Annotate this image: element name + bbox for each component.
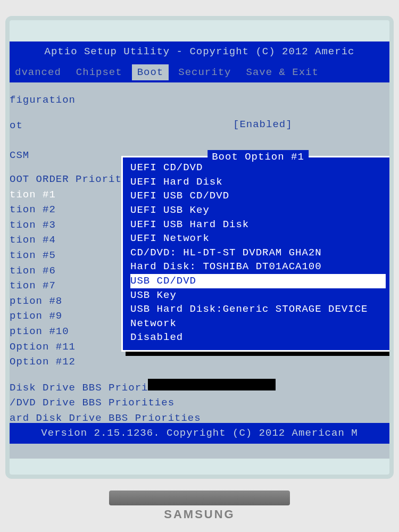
sub-items: Disk Drive BBS Priori /DVD Drive BBS Pri… bbox=[10, 374, 389, 426]
section-title: figuration bbox=[10, 93, 389, 107]
monitor-brand-logo: SAMSUNG bbox=[164, 508, 235, 521]
boot-option-12[interactable]: Option #12 bbox=[10, 354, 389, 370]
popup-item-disabled[interactable]: Disabled bbox=[130, 330, 386, 345]
popup-item-cddvd[interactable]: CD/DVD: HL-DT-ST DVDRAM GHA2N bbox=[130, 246, 386, 260]
monitor-buttons[interactable] bbox=[109, 491, 290, 505]
bios-footer: Version 2.15.1236. Copyright (C) 2012 Am… bbox=[10, 423, 389, 444]
tab-advanced[interactable]: dvanced bbox=[10, 64, 66, 81]
boot-option-popup: Boot Option #1 UEFI CD/DVD UEFI Hard Dis… bbox=[121, 156, 389, 352]
popup-item-network[interactable]: Network bbox=[130, 317, 386, 331]
popup-item-uefi-usb-cddvd[interactable]: UEFI USB CD/DVD bbox=[130, 189, 386, 203]
popup-item-usb-hdd[interactable]: USB Hard Disk:Generic STORAGE DEVICE bbox=[130, 302, 386, 317]
bbs-disk-drive[interactable]: Disk Drive BBS Priori bbox=[10, 374, 389, 396]
popup-item-usb-key[interactable]: USB Key bbox=[130, 288, 386, 303]
popup-item-uefi-usb-key[interactable]: UEFI USB Key bbox=[130, 203, 386, 218]
monitor-bezel: Aptio Setup Utility - Copyright (C) 2012… bbox=[5, 16, 394, 479]
bios-screen: Aptio Setup Utility - Copyright (C) 2012… bbox=[10, 41, 389, 459]
value-boot: [Enabled] bbox=[233, 118, 293, 132]
tab-chipset[interactable]: Chipset bbox=[71, 64, 128, 81]
monitor-frame: Aptio Setup Utility - Copyright (C) 2012… bbox=[0, 0, 399, 532]
content-area: figuration ot CSM OOT ORDER Priorit tion… bbox=[10, 82, 389, 436]
header-title: Aptio Setup Utility - Copyright (C) 2012… bbox=[45, 46, 355, 57]
popup-shadow bbox=[148, 379, 276, 390]
tab-bar: dvanced Chipset Boot Security Save & Exi… bbox=[10, 62, 389, 83]
popup-item-uefi-network[interactable]: UEFI Network bbox=[130, 231, 386, 246]
menu-item-boot[interactable]: ot bbox=[10, 118, 389, 134]
bbs-dvd-drive[interactable]: /DVD Drive BBS Priorities bbox=[10, 395, 389, 411]
bios-header: Aptio Setup Utility - Copyright (C) 2012… bbox=[10, 41, 389, 62]
tab-boot[interactable]: Boot bbox=[132, 64, 169, 81]
popup-item-hdd[interactable]: Hard Disk: TOSHIBA DT01ACA100 bbox=[130, 260, 386, 274]
footer-text: Version 2.15.1236. Copyright (C) 2012 Am… bbox=[41, 427, 358, 439]
popup-title: Boot Option #1 bbox=[207, 150, 309, 164]
tab-security[interactable]: Security bbox=[173, 64, 236, 81]
popup-item-usb-cddvd[interactable]: USB CD/DVD bbox=[130, 274, 386, 288]
popup-list: UEFI CD/DVD UEFI Hard Disk UEFI USB CD/D… bbox=[123, 157, 389, 350]
popup-item-uefi-usb-hdd[interactable]: UEFI USB Hard Disk bbox=[130, 218, 386, 232]
popup-item-uefi-hdd[interactable]: UEFI Hard Disk bbox=[130, 175, 386, 189]
tab-save-exit[interactable]: Save & Exit bbox=[240, 64, 323, 81]
